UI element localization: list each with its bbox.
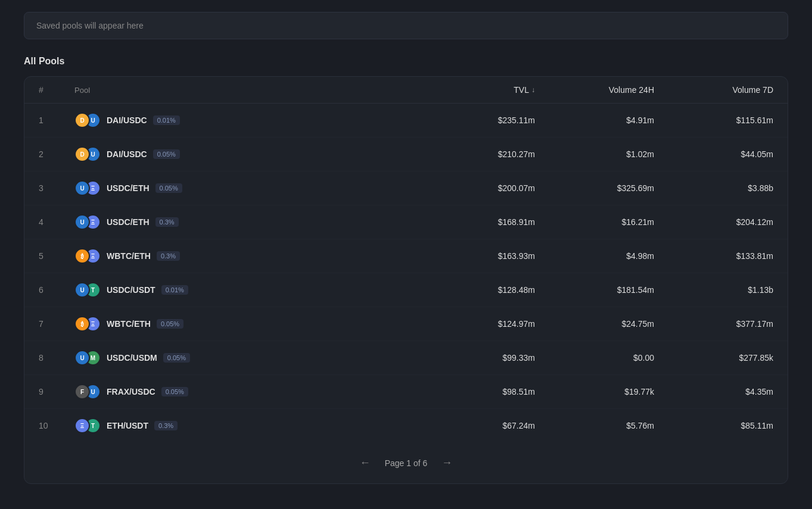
table-row[interactable]: 3 U Ξ USDC/ETH 0.05% $200.07m $325.69m $… [24, 171, 788, 205]
table-header: # Pool TVL ↓ Volume 24H Volume 7D [24, 77, 788, 104]
fee-badge: 0.3% [154, 421, 178, 430]
row-num: 5 [39, 251, 74, 261]
table-row[interactable]: 9 F U FRAX/USDC 0.05% $98.51m $19.77k $4… [24, 375, 788, 409]
table-row[interactable]: 6 U T USDC/USDT 0.01% $128.48m $181.54m … [24, 273, 788, 307]
saved-pools-banner: Saved pools will appear here [24, 12, 788, 39]
col-header-pool: Pool [74, 85, 416, 95]
row-vol24: $19.77k [535, 387, 654, 396]
token2-letter: Ξ [91, 185, 95, 192]
pool-name: DAI/USDC [107, 149, 147, 159]
pagination: ← Page 1 of 6 → [24, 442, 788, 483]
table-row[interactable]: 10 Ξ T ETH/USDT 0.3% $67.24m $5.76m $85.… [24, 409, 788, 442]
fee-badge: 0.05% [163, 353, 190, 363]
row-tvl: $128.48m [416, 285, 535, 295]
fee-badge: 0.05% [157, 319, 183, 329]
pool-name: ETH/USDT [107, 421, 148, 430]
row-pool: F U FRAX/USDC 0.05% [74, 383, 416, 400]
pool-name: USDC/ETH [107, 217, 150, 227]
row-tvl: $124.97m [416, 319, 535, 329]
pool-name: WBTC/ETH [107, 251, 151, 261]
row-num: 8 [39, 353, 74, 363]
fee-badge: 0.01% [153, 115, 180, 125]
token1-icon: U [74, 282, 90, 298]
row-vol7d: $277.85k [654, 353, 773, 363]
token1-letter: U [80, 355, 84, 361]
table-row[interactable]: 8 U M USDC/USDM 0.05% $99.33m $0.00 $277… [24, 341, 788, 375]
token1-letter: Ξ [80, 423, 84, 429]
pool-name: DAI/USDC [107, 115, 147, 125]
row-vol7d: $204.12m [654, 217, 773, 227]
row-tvl: $200.07m [416, 183, 535, 193]
token-icons: U T [74, 282, 101, 298]
row-vol24: $4.98m [535, 251, 654, 261]
token1-letter: ₿ [81, 253, 84, 260]
token1-icon: ₿ [74, 316, 90, 332]
row-tvl: $99.33m [416, 353, 535, 363]
token-icons: D U [74, 146, 101, 163]
token2-letter: T [91, 423, 95, 429]
row-vol7d: $85.11m [654, 421, 773, 430]
token1-letter: D [80, 151, 84, 158]
row-tvl: $163.93m [416, 251, 535, 261]
table-row[interactable]: 1 D U DAI/USDC 0.01% $235.11m $4.91m $11… [24, 104, 788, 138]
col-header-tvl: TVL ↓ [416, 85, 535, 95]
token1-letter: U [80, 219, 84, 226]
row-pool: D U DAI/USDC 0.01% [74, 112, 416, 129]
row-pool: ₿ Ξ WBTC/ETH 0.05% [74, 316, 416, 332]
col-header-vol7d: Volume 7D [654, 85, 773, 95]
token-icons: U Ξ [74, 214, 101, 230]
row-tvl: $168.91m [416, 217, 535, 227]
token1-icon: ₿ [74, 248, 90, 264]
token1-icon: U [74, 180, 90, 196]
fee-badge: 0.05% [155, 183, 182, 193]
token-icons: F U [74, 383, 101, 400]
pool-name: USDC/USDM [107, 353, 157, 363]
tvl-label: TVL [514, 85, 529, 95]
token-icons: Ξ T [74, 417, 101, 434]
row-vol7d: $3.88b [654, 183, 773, 193]
pools-table: # Pool TVL ↓ Volume 24H Volume 7D 1 D U [24, 76, 788, 484]
row-pool: U M USDC/USDM 0.05% [74, 349, 416, 366]
table-body: 1 D U DAI/USDC 0.01% $235.11m $4.91m $11… [24, 104, 788, 442]
token1-letter: ₿ [81, 321, 84, 327]
fee-badge: 0.05% [153, 149, 180, 159]
token2-letter: Ξ [91, 321, 95, 327]
fee-badge: 0.3% [155, 217, 179, 227]
token1-letter: D [80, 117, 84, 124]
row-vol7d: $377.17m [654, 319, 773, 329]
table-row[interactable]: 2 D U DAI/USDC 0.05% $210.27m $1.02m $44… [24, 138, 788, 171]
row-pool: U Ξ USDC/ETH 0.05% [74, 180, 416, 196]
table-row[interactable]: 4 U Ξ USDC/ETH 0.3% $168.91m $16.21m $20… [24, 205, 788, 239]
col-header-num: # [39, 85, 74, 95]
row-vol7d: $44.05m [654, 149, 773, 159]
prev-page-button[interactable]: ← [355, 454, 375, 471]
token-icons: U Ξ [74, 180, 101, 196]
token-icons: ₿ Ξ [74, 316, 101, 332]
next-page-button[interactable]: → [437, 454, 457, 471]
row-vol24: $16.21m [535, 217, 654, 227]
row-vol7d: $1.13b [654, 285, 773, 295]
row-vol24: $5.76m [535, 421, 654, 430]
row-num: 10 [39, 421, 74, 430]
token2-letter: T [91, 287, 95, 293]
row-num: 6 [39, 285, 74, 295]
token1-icon: D [74, 146, 90, 162]
pool-name: USDC/ETH [107, 183, 150, 193]
table-row[interactable]: 7 ₿ Ξ WBTC/ETH 0.05% $124.97m $24.75m $3… [24, 307, 788, 341]
row-tvl: $235.11m [416, 115, 535, 125]
row-num: 3 [39, 183, 74, 193]
row-vol24: $181.54m [535, 285, 654, 295]
col-header-vol24: Volume 24H [535, 85, 654, 95]
row-vol24: $4.91m [535, 115, 654, 125]
token1-letter: U [80, 287, 84, 293]
token-icons: D U [74, 112, 101, 129]
row-pool: Ξ T ETH/USDT 0.3% [74, 417, 416, 434]
row-pool: U Ξ USDC/ETH 0.3% [74, 214, 416, 230]
table-row[interactable]: 5 ₿ Ξ WBTC/ETH 0.3% $163.93m $4.98m $133… [24, 239, 788, 273]
page-container: Saved pools will appear here All Pools #… [0, 0, 812, 496]
row-vol24: $24.75m [535, 319, 654, 329]
pool-name: WBTC/ETH [107, 319, 151, 329]
page-label: Page 1 of 6 [385, 458, 428, 468]
row-vol24: $1.02m [535, 149, 654, 159]
fee-badge: 0.3% [157, 251, 180, 261]
